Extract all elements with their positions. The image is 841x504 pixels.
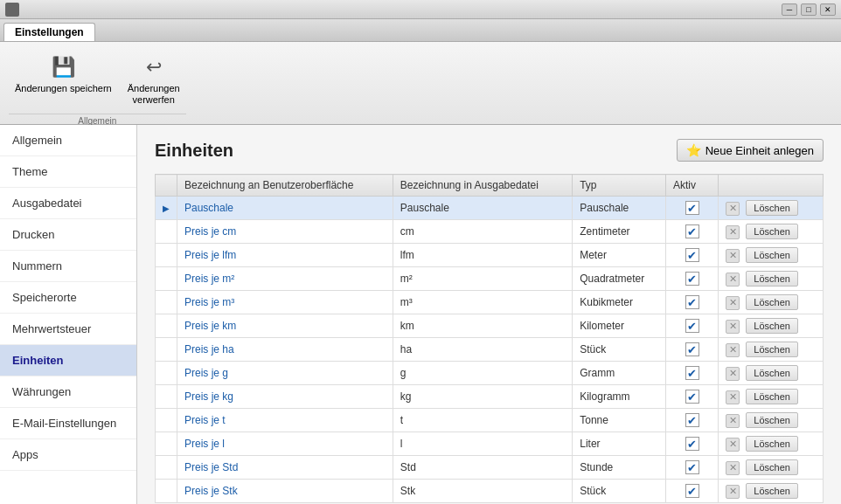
aktiv-checkbox[interactable]: ✔ <box>685 342 699 356</box>
row-delete-icon-btn[interactable]: ✕ <box>726 225 740 239</box>
table-header-row: Bezeichnung an Benutzeroberfläche Bezeic… <box>156 175 824 197</box>
row-delete-button[interactable]: Löschen <box>746 436 798 452</box>
row-bezeichnung: Preis je Stk <box>177 480 393 503</box>
row-delete-button[interactable]: Löschen <box>746 294 798 310</box>
row-delete-button[interactable]: Löschen <box>746 200 798 216</box>
aktiv-checkbox[interactable]: ✔ <box>685 319 699 333</box>
table-row[interactable]: Preis je lfm lfm Meter ✔ ✕ Löschen <box>156 244 824 267</box>
row-delete-button[interactable]: Löschen <box>746 247 798 263</box>
row-delete-icon-btn[interactable]: ✕ <box>726 202 740 216</box>
table-row[interactable]: Preis je Std Std Stunde ✔ ✕ Löschen <box>156 456 824 480</box>
row-delete-icon-btn[interactable]: ✕ <box>726 461 740 475</box>
table-row[interactable]: Preis je l l Liter ✔ ✕ Löschen <box>156 432 824 456</box>
sidebar-item-mehrwertsteuer[interactable]: Mehrwertsteuer <box>0 314 136 345</box>
row-delete-icon-btn[interactable]: ✕ <box>726 414 740 428</box>
aktiv-checkbox[interactable]: ✔ <box>685 248 699 262</box>
sidebar-item-theme[interactable]: Theme <box>0 156 136 188</box>
sidebar-item-allgemein[interactable]: Allgemein <box>0 125 136 156</box>
table-row[interactable]: Preis je t t Tonne ✔ ✕ Löschen <box>156 409 824 432</box>
row-delete-icon-btn[interactable]: ✕ <box>726 367 740 381</box>
row-aktiv[interactable]: ✔ <box>666 385 719 409</box>
row-typ: Pauschale <box>573 197 666 220</box>
aktiv-checkbox[interactable]: ✔ <box>685 390 699 404</box>
sidebar-item-ausgabedatei[interactable]: Ausgabedatei <box>0 188 136 219</box>
row-aktiv[interactable]: ✔ <box>666 267 719 291</box>
row-delete-icon-btn[interactable]: ✕ <box>726 343 740 357</box>
row-delete-icon-btn[interactable]: ✕ <box>726 438 740 452</box>
row-delete-button[interactable]: Löschen <box>746 459 798 475</box>
row-delete-icon-btn[interactable]: ✕ <box>726 320 740 334</box>
save-button[interactable]: Änderungen speichern <box>9 49 118 110</box>
row-aktiv[interactable]: ✔ <box>666 456 719 480</box>
row-aktiv[interactable]: ✔ <box>666 409 719 432</box>
row-delete-icon-btn[interactable]: ✕ <box>726 273 740 287</box>
row-delete-button[interactable]: Löschen <box>746 342 798 357</box>
aktiv-checkbox[interactable]: ✔ <box>685 460 699 474</box>
title-bar: ─ □ ✕ <box>0 0 841 19</box>
tab-bar: Einstellungen <box>0 19 841 42</box>
table-row[interactable]: Preis je m³ m³ Kubikmeter ✔ ✕ Löschen <box>156 291 824 314</box>
aktiv-checkbox[interactable]: ✔ <box>685 484 699 498</box>
table-row[interactable]: Preis je ha ha Stück ✔ ✕ Löschen <box>156 338 824 362</box>
row-aktiv[interactable]: ✔ <box>666 432 719 456</box>
row-aktiv[interactable]: ✔ <box>666 338 719 362</box>
table-row[interactable]: Preis je cm cm Zentimeter ✔ ✕ Löschen <box>156 220 824 244</box>
tab-einstellungen[interactable]: Einstellungen <box>3 23 95 41</box>
row-aktiv[interactable]: ✔ <box>666 220 719 244</box>
row-delete-button[interactable]: Löschen <box>746 318 798 334</box>
row-delete-icon-btn[interactable]: ✕ <box>726 249 740 263</box>
row-typ: Kilometer <box>573 314 666 338</box>
aktiv-checkbox[interactable]: ✔ <box>685 437 699 451</box>
sidebar-item-waehrungen[interactable]: Währungen <box>0 376 136 408</box>
row-delete-button[interactable]: Löschen <box>746 389 798 404</box>
row-delete-button[interactable]: Löschen <box>746 483 798 499</box>
row-ausgabe: Stk <box>393 480 572 503</box>
row-delete-button[interactable]: Löschen <box>746 224 798 239</box>
sidebar-item-speicherorte[interactable]: Speicherorte <box>0 282 136 314</box>
row-aktiv[interactable]: ✔ <box>666 197 719 220</box>
aktiv-checkbox[interactable]: ✔ <box>685 295 699 309</box>
row-bezeichnung: Preis je cm <box>177 220 393 244</box>
row-actions: ✕ Löschen <box>719 267 824 291</box>
row-aktiv[interactable]: ✔ <box>666 314 719 338</box>
col-typ-header: Typ <box>573 175 666 197</box>
minimize-btn[interactable]: ─ <box>782 3 797 16</box>
row-delete-icon-btn[interactable]: ✕ <box>726 296 740 310</box>
table-row[interactable]: Preis je kg kg Kilogramm ✔ ✕ Löschen <box>156 385 824 409</box>
row-delete-button[interactable]: Löschen <box>746 271 798 287</box>
row-actions: ✕ Löschen <box>719 291 824 314</box>
table-row[interactable]: Preis je Stk Stk Stück ✔ ✕ Löschen <box>156 480 824 503</box>
sidebar: AllgemeinThemeAusgabedateiDruckenNummern… <box>0 125 137 504</box>
row-aktiv[interactable]: ✔ <box>666 291 719 314</box>
sidebar-item-einheiten[interactable]: Einheiten <box>0 345 136 376</box>
row-actions: ✕ Löschen <box>719 456 824 480</box>
discard-button[interactable]: Änderungenverwerfen <box>122 49 186 110</box>
row-aktiv[interactable]: ✔ <box>666 244 719 267</box>
row-aktiv[interactable]: ✔ <box>666 480 719 503</box>
aktiv-checkbox[interactable]: ✔ <box>685 366 699 380</box>
new-entry-button[interactable]: Neue Einheit anlegen <box>677 139 824 162</box>
row-delete-icon-btn[interactable]: ✕ <box>726 485 740 499</box>
sidebar-item-email-einstellungen[interactable]: E-Mail-Einstellungen <box>0 408 136 439</box>
table-row[interactable]: Preis je m² m² Quadratmeter ✔ ✕ Löschen <box>156 267 824 291</box>
aktiv-checkbox[interactable]: ✔ <box>685 224 699 238</box>
aktiv-checkbox[interactable]: ✔ <box>685 413 699 427</box>
table-row[interactable]: Preis je g g Gramm ✔ ✕ Löschen <box>156 362 824 385</box>
table-row[interactable]: ▶ Pauschale Pauschale Pauschale ✔ ✕ Lösc… <box>156 197 824 220</box>
row-ausgabe: m² <box>393 267 572 291</box>
row-arrow-cell <box>156 362 177 385</box>
table-row[interactable]: Preis je km km Kilometer ✔ ✕ Löschen <box>156 314 824 338</box>
row-delete-button[interactable]: Löschen <box>746 365 798 381</box>
row-typ: Tonne <box>573 409 666 432</box>
row-delete-icon-btn[interactable]: ✕ <box>726 390 740 404</box>
close-btn[interactable]: ✕ <box>820 3 836 16</box>
sidebar-item-apps[interactable]: Apps <box>0 439 136 471</box>
row-aktiv[interactable]: ✔ <box>666 362 719 385</box>
aktiv-checkbox[interactable]: ✔ <box>685 272 699 286</box>
sidebar-item-nummern[interactable]: Nummern <box>0 251 136 282</box>
aktiv-checkbox[interactable]: ✔ <box>685 201 699 215</box>
row-arrow-cell <box>156 220 177 244</box>
sidebar-item-drucken[interactable]: Drucken <box>0 219 136 251</box>
maximize-btn[interactable]: □ <box>801 3 817 16</box>
row-delete-button[interactable]: Löschen <box>746 412 798 428</box>
